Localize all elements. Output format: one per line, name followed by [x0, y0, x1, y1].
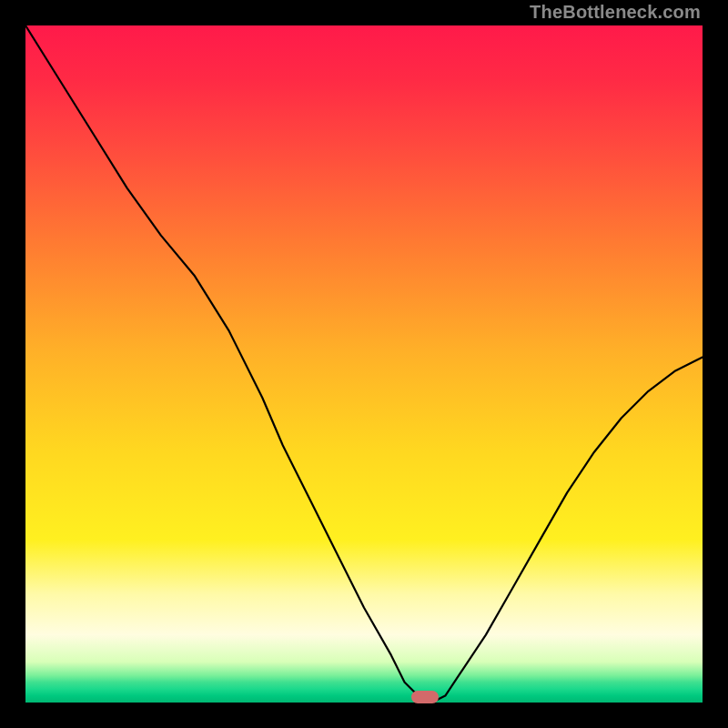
optimal-marker [411, 691, 439, 703]
watermark-text: TheBottleneck.com [530, 2, 701, 23]
plot-area [25, 25, 703, 703]
chart-frame: TheBottleneck.com [0, 0, 728, 728]
bottleneck-curve [25, 25, 703, 703]
